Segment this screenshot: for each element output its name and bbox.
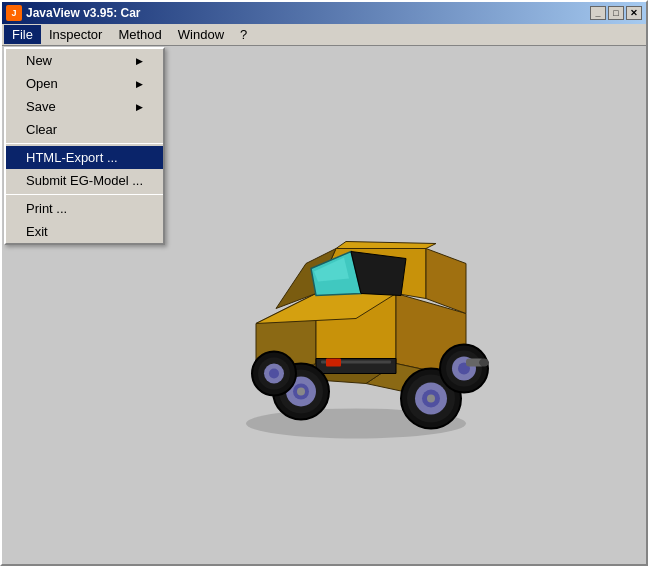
menubar: File New Open Save Clear [2, 24, 646, 46]
svg-point-21 [297, 388, 305, 396]
main-window: J JavaView v3.95: Car _ □ ✕ File New Ope… [0, 0, 648, 566]
minimize-button[interactable]: _ [590, 6, 606, 20]
close-button[interactable]: ✕ [626, 6, 642, 20]
app-icon: J [6, 5, 22, 21]
menu-inspector[interactable]: Inspector [41, 25, 110, 44]
svg-point-30 [269, 369, 279, 379]
titlebar-left: J JavaView v3.95: Car [6, 5, 141, 21]
menu-window[interactable]: Window [170, 25, 232, 44]
window-title: JavaView v3.95: Car [26, 6, 141, 20]
menu-html-export[interactable]: HTML-Export ... [6, 146, 163, 169]
menu-submit-eg[interactable]: Submit EG-Model ... [6, 169, 163, 192]
car-scene [196, 164, 516, 447]
titlebar: J JavaView v3.95: Car _ □ ✕ [2, 2, 646, 24]
svg-point-26 [427, 395, 435, 403]
menu-exit[interactable]: Exit [6, 220, 163, 243]
svg-point-36 [479, 359, 489, 367]
menu-new[interactable]: New [6, 49, 163, 72]
menu-file[interactable]: File New Open Save Clear [4, 25, 41, 44]
menu-help[interactable]: ? [232, 25, 255, 44]
menu-method[interactable]: Method [110, 25, 169, 44]
menu-open[interactable]: Open [6, 72, 163, 95]
separator-2 [6, 194, 163, 195]
titlebar-buttons: _ □ ✕ [590, 6, 642, 20]
svg-marker-10 [336, 242, 436, 249]
separator-1 [6, 143, 163, 144]
car-svg [196, 164, 516, 444]
menu-clear[interactable]: Clear [6, 118, 163, 141]
menubar-wrapper: File New Open Save Clear [2, 24, 646, 46]
svg-rect-16 [326, 359, 341, 367]
file-dropdown: New Open Save Clear HTML-Export ... [4, 47, 165, 245]
menu-save[interactable]: Save [6, 95, 163, 118]
maximize-button[interactable]: □ [608, 6, 624, 20]
menu-print[interactable]: Print ... [6, 197, 163, 220]
